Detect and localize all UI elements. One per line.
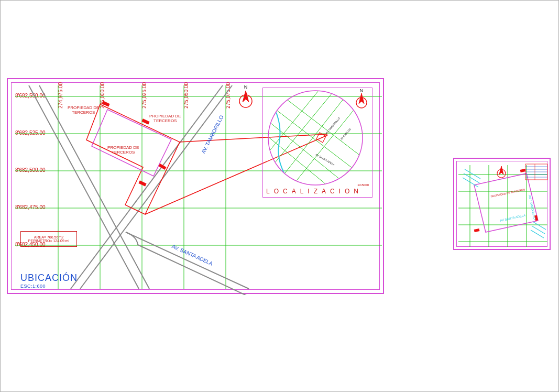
thumb-prop-label: PROPIEDAD DE TERCEROS	[490, 188, 525, 198]
svg-line-46	[463, 178, 478, 187]
svg-text:AV SANTA ADELA: AV SANTA ADELA	[500, 214, 526, 222]
prop-label-2: PROPIEDAD DETERCEROS	[149, 114, 181, 123]
north-label: N	[244, 84, 248, 90]
svg-text:N: N	[360, 88, 364, 93]
svg-rect-51	[520, 169, 526, 172]
title-main: UBICACIÓN	[20, 273, 78, 284]
svg-text:JR CARLOS: JR CARLOS	[339, 127, 352, 141]
svg-line-21	[263, 117, 347, 185]
svg-rect-14	[138, 180, 146, 186]
loc-svg: AV TAMBORILLO AV SANTA ADELA JR CARLOS N	[263, 88, 372, 197]
thumb-title-block	[525, 164, 547, 180]
svg-rect-50	[474, 228, 480, 232]
svg-line-48	[532, 226, 545, 234]
area-value: AREA= 766.56m2	[34, 235, 63, 239]
prop-label-3: PROPIEDAD DETERCEROS	[107, 145, 139, 155]
area-perimeter-box: AREA= 766.56m2 PERIMETRO= 124.09 ml	[20, 231, 77, 247]
svg-marker-43	[474, 173, 538, 232]
prop-label-1: PROPIEDAD DETERCEROS	[68, 105, 99, 115]
thumbnail-sheet: PROPIEDAD DE TERCEROS AV SANTA ADELA AV …	[453, 158, 551, 250]
loc-title: LOCALIZACION	[266, 188, 363, 195]
svg-rect-13	[158, 164, 166, 170]
svg-rect-12	[141, 118, 149, 124]
svg-line-47	[533, 222, 546, 230]
svg-line-49	[531, 230, 544, 238]
svg-marker-32	[359, 93, 364, 104]
svg-line-26	[263, 88, 321, 159]
svg-point-17	[268, 91, 363, 185]
thumb-svg: PROPIEDAD DE TERCEROS AV SANTA ADELA AV …	[454, 159, 552, 251]
ubicacion-sheet: 8'682,550.00 8'682,525.00 8'682,500.00 8…	[7, 78, 384, 294]
svg-line-45	[464, 173, 479, 183]
svg-marker-54	[499, 166, 503, 175]
north-arrow-plan: N	[239, 84, 252, 107]
sheet-title: UBICACIÓN ESC:1:600	[20, 273, 78, 289]
svg-text:AV SANTA ADELA: AV SANTA ADELA	[315, 153, 336, 167]
svg-line-44	[465, 169, 480, 179]
svg-line-19	[279, 93, 368, 161]
page: 8'682,550.00 8'682,525.00 8'682,500.00 8…	[0, 0, 559, 392]
perimeter-value: PERIMETRO= 124.09 ml	[28, 239, 69, 243]
localizacion-panel: AV TAMBORILLO AV SANTA ADELA JR CARLOS N…	[262, 88, 372, 198]
title-scale: ESC:1:600	[20, 284, 78, 289]
north-arrow-thumb	[497, 166, 506, 178]
loc-scale: 1/15000	[357, 183, 369, 187]
north-arrow-loc: N	[356, 88, 367, 108]
svg-marker-27	[316, 133, 326, 143]
